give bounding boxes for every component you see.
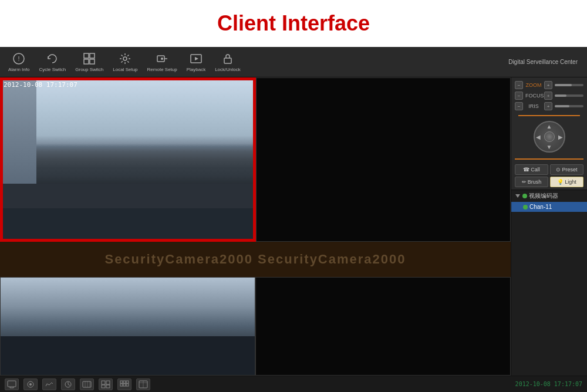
cycle-switch-label: Cycle Switch — [39, 67, 66, 72]
video-grid-bottom — [0, 277, 511, 376]
iris-plus-button[interactable]: + — [544, 102, 552, 110]
ptz-down-arrow[interactable]: ▼ — [546, 144, 552, 150]
zoom-slider[interactable] — [555, 84, 583, 86]
toolbar-local-setup[interactable]: Local Setup — [109, 49, 141, 75]
ptz-up-arrow[interactable]: ▲ — [546, 123, 552, 130]
alarm-icon: ! — [12, 52, 26, 66]
status-timestamp: 2012-10-08 17:17:07 — [515, 381, 582, 387]
preset-button[interactable]: ⊙ Preset — [550, 164, 583, 175]
ground-detail — [1, 208, 255, 241]
svg-rect-12 — [224, 58, 231, 63]
call-icon: ☎ — [523, 167, 529, 173]
toolbar-alarm-info[interactable]: ! Alarm Info — [5, 49, 33, 75]
video-cell-br[interactable] — [255, 277, 511, 376]
video-area: 2012-10-08 17:17:07 SecurityCamera2000 S… — [0, 77, 511, 376]
camera-timestamp: 2012-10-08 17:17:07 — [4, 81, 77, 89]
right-sidebar: − ZOOM + − FOCUS + — [511, 77, 587, 376]
control-buttons: ☎ Call ⊙ Preset ✏ Brush 💡 Light — [511, 162, 587, 190]
zoom-label: ZOOM — [525, 82, 542, 88]
status-icon-5[interactable] — [80, 379, 94, 390]
local-setup-label: Local Setup — [113, 67, 137, 72]
playback-icon — [189, 52, 203, 66]
page-title: Client Interface — [217, 11, 370, 36]
tree-child-label: Chan-11 — [529, 204, 552, 210]
watermark-area: SecurityCamera2000 SecurityCamera2000 — [0, 242, 511, 277]
brush-label: Brush — [528, 179, 542, 185]
light-button[interactable]: 💡 Light — [550, 177, 583, 187]
app-window: ! Alarm Info Cycle Switch Group Switch L… — [0, 47, 587, 392]
iris-label: IRIS — [525, 103, 542, 109]
status-icon-3[interactable] — [42, 379, 56, 390]
iris-minus-button[interactable]: − — [515, 102, 523, 110]
watermark-text: SecurityCamera2000 SecurityCamera2000 — [104, 252, 406, 267]
video-cell-tr[interactable] — [256, 77, 511, 242]
svg-rect-32 — [123, 384, 126, 386]
orange-divider-2 — [515, 158, 583, 160]
iris-slider[interactable] — [555, 105, 583, 107]
svg-rect-5 — [90, 59, 95, 64]
light-label: Light — [565, 179, 576, 185]
group-switch-label: Group Switch — [75, 67, 103, 72]
svg-point-16 — [29, 383, 32, 386]
svg-text:!: ! — [18, 55, 20, 62]
video-grid-top: 2012-10-08 17:17:07 — [0, 77, 511, 242]
svg-rect-2 — [84, 53, 89, 58]
lock-unlock-label: Lock/Unlock — [215, 67, 241, 72]
orange-divider — [518, 115, 580, 116]
ptz-pad-circle[interactable]: ▲ ▼ ◀ ▶ — [534, 121, 565, 153]
cycle-icon — [45, 52, 59, 66]
tree-child[interactable]: Chan-11 — [511, 202, 587, 212]
tree-root[interactable]: 视频编码器 — [511, 190, 587, 202]
preset-label: Preset — [562, 167, 577, 173]
page-title-area: Client Interface — [0, 0, 587, 47]
ptz-right-arrow[interactable]: ▶ — [558, 134, 563, 140]
brush-icon: ✏ — [522, 179, 527, 185]
lock-icon — [221, 52, 235, 66]
status-icon-8[interactable] — [136, 379, 150, 390]
video-cell-bl[interactable] — [0, 277, 255, 376]
ptz-controls: − ZOOM + − FOCUS + — [511, 77, 587, 156]
focus-row: − FOCUS + — [515, 92, 583, 100]
focus-minus-button[interactable]: − — [515, 92, 523, 100]
status-icon-6[interactable] — [99, 379, 113, 390]
camera-feed — [1, 79, 255, 241]
svg-rect-27 — [106, 385, 110, 388]
svg-rect-28 — [120, 381, 123, 383]
focus-slider[interactable] — [555, 94, 583, 97]
remote-setup-label: Remote Setup — [147, 67, 177, 72]
ptz-left-arrow[interactable]: ◀ — [536, 134, 541, 140]
tree-dot-active — [522, 194, 527, 198]
svg-rect-4 — [84, 59, 89, 64]
svg-rect-14 — [8, 381, 16, 387]
ptz-center-button[interactable] — [544, 131, 555, 142]
toolbar-group-switch[interactable]: Group Switch — [72, 49, 107, 75]
brush-button[interactable]: ✏ Brush — [515, 177, 548, 187]
light-icon: 💡 — [557, 179, 564, 185]
svg-rect-24 — [102, 381, 105, 384]
svg-line-19 — [68, 384, 70, 386]
toolbar-cycle-switch[interactable]: Cycle Switch — [35, 49, 69, 75]
svg-point-6 — [123, 57, 127, 60]
main-content: 2012-10-08 17:17:07 SecurityCamera2000 S… — [0, 77, 587, 376]
toolbar-lock-unlock[interactable]: Lock/Unlock — [211, 49, 244, 75]
focus-label: FOCUS — [525, 93, 542, 99]
status-icon-7[interactable] — [117, 379, 131, 390]
status-icon-2[interactable] — [23, 379, 38, 390]
call-label: Call — [531, 167, 540, 173]
tree-expand-icon — [515, 193, 521, 199]
toolbar-remote-setup[interactable]: Remote Setup — [144, 49, 181, 75]
status-icon-4[interactable] — [61, 379, 75, 390]
focus-plus-button[interactable]: + — [544, 92, 552, 100]
zoom-plus-button[interactable]: + — [544, 81, 552, 89]
toolbar-playback[interactable]: Playback — [183, 49, 209, 75]
zoom-minus-button[interactable]: − — [515, 81, 523, 89]
ptz-directional-pad[interactable]: ▲ ▼ ◀ ▶ — [534, 121, 565, 153]
svg-rect-26 — [102, 385, 105, 388]
video-cell-main[interactable]: 2012-10-08 17:17:07 — [0, 77, 256, 242]
playback-label: Playback — [187, 67, 205, 72]
status-icon-1[interactable] — [5, 379, 19, 390]
sidebar-title: Digital Serveillance Center — [508, 59, 578, 65]
setup-icon — [118, 52, 132, 66]
call-button[interactable]: ☎ Call — [515, 164, 548, 175]
iris-row: − IRIS + — [515, 102, 583, 110]
